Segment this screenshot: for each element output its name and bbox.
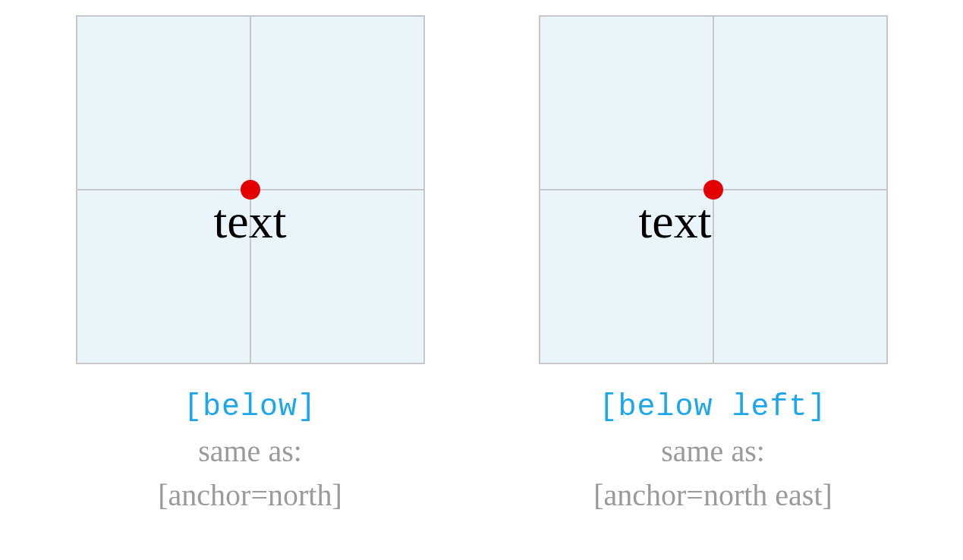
caption: [below] same as: [anchor=north] [158, 385, 341, 518]
panel-below: text [below] same as: [anchor=north] [76, 15, 425, 518]
grid-box: text [539, 15, 888, 364]
anchor-label: [anchor=north east] [593, 473, 832, 518]
anchor-label: [anchor=north] [158, 473, 341, 518]
panel-below-left: text [below left] same as: [anchor=north… [539, 15, 888, 518]
node-text: text [639, 190, 713, 246]
anchor-point-dot [703, 180, 723, 200]
anchor-point-dot [241, 180, 260, 200]
same-as-label: same as: [158, 429, 341, 473]
same-as-label: same as: [593, 429, 832, 473]
grid-box: text [76, 15, 425, 364]
option-label: [below] [158, 385, 341, 429]
option-label: [below left] [593, 385, 832, 429]
caption: [below left] same as: [anchor=north east… [593, 385, 832, 518]
